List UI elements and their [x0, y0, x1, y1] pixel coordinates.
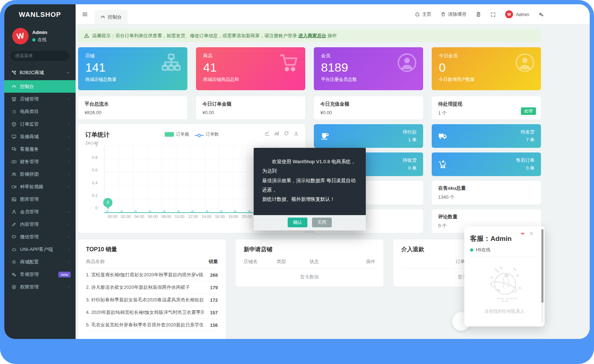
- plot-area: [104, 145, 279, 213]
- value-pin-marker: 0: [103, 198, 112, 207]
- speaker-icon[interactable]: [520, 231, 525, 236]
- warning-icon: [84, 33, 89, 38]
- sidebar-item[interactable]: 阶梯拼团: [4, 168, 76, 180]
- sidebar-item[interactable]: 店铺管理: [4, 93, 76, 105]
- confirm-button[interactable]: 确认: [288, 218, 307, 227]
- menu-item-icon: [11, 134, 16, 139]
- chart-toolbar: [264, 131, 299, 136]
- chevron-left-icon: [67, 160, 71, 164]
- modal-message: 欢迎使用 WanlShop V1.0.8 电商系统， 为达到 最佳演示效果，演示…: [254, 148, 366, 215]
- chevron-left-icon: [67, 285, 71, 289]
- new-shops-panel: 新申请店铺 店铺名类型状态操作 暂无数据: [236, 239, 383, 287]
- sidebar-item[interactable]: 常规管理 new: [4, 268, 76, 281]
- sidebar-group-b2b2c[interactable]: B2B2C商城: [4, 64, 76, 80]
- chevron-left-icon: [67, 97, 71, 101]
- sku-card: 在售sku总量 1340 个: [432, 181, 541, 205]
- sidebar-item[interactable]: 内容管理: [4, 218, 76, 230]
- menu-item-icon: [11, 172, 16, 177]
- top10-row[interactable]: 4. 2020年新款纯棉宽松长袖t恤女韩版洋气时尚卫衣夏季薄款打底上衣 157: [86, 306, 218, 319]
- stat-card-icon: [161, 52, 182, 73]
- cup-icon: [320, 131, 330, 141]
- sidebar-item[interactable]: 权限管理: [4, 281, 76, 293]
- menu-item-icon: [11, 234, 16, 239]
- chevron-left-icon: [67, 185, 71, 189]
- sidebar-item[interactable]: 控制台: [4, 80, 76, 93]
- top10-row[interactable]: 3. 针织衫春秋季新款女装毛衣2020春温柔风黑色长袖短款上衣开衫外套 172: [86, 293, 218, 306]
- truck-icon: [438, 131, 447, 141]
- chat-status: H5在线: [476, 247, 490, 253]
- stat-cards-row: 店铺 141 商城店铺总数量 商品 41 商城店铺商品总和 会员 8189 平台…: [78, 47, 541, 90]
- menu-item-icon: [11, 197, 16, 202]
- chat-scrollbar: [541, 229, 543, 324]
- menu-item-icon: [11, 184, 16, 189]
- sidebar-user-panel: W Admin 在线: [4, 25, 76, 49]
- topbar-user-menu[interactable]: W Admin: [505, 10, 529, 18]
- line-chart-icon[interactable]: [264, 131, 270, 136]
- chart-legend: 订单额 订单数: [165, 131, 219, 137]
- top10-row[interactable]: [86, 331, 218, 339]
- top10-row[interactable]: 2. 诗凡黎连衣裙女2020年新款秋装假两件休闲裙子 179: [86, 281, 218, 293]
- top10-row[interactable]: 5. 毛衣女装宽松外穿春秋季冬百搭外套2020新款日系学生蓝色针织开衫 156: [86, 319, 218, 331]
- refresh-icon[interactable]: [284, 131, 289, 136]
- empty-state: 暂无数据: [244, 268, 375, 287]
- scrollbar-thumb[interactable]: [541, 229, 543, 303]
- sidebar-item[interactable]: 微信管理: [4, 230, 76, 243]
- chevron-left-icon: [67, 173, 71, 176]
- close-icon[interactable]: [529, 231, 534, 236]
- menu-item-icon: [11, 109, 16, 114]
- chevron-left-icon: [67, 210, 71, 214]
- bar-chart-icon[interactable]: [274, 131, 279, 136]
- clear-cache-link[interactable]: 清除缓存: [441, 11, 466, 18]
- status-card-aftersale[interactable]: 售后订单0 单: [432, 152, 541, 176]
- sidebar-search[interactable]: [11, 51, 69, 61]
- stat-card: 店铺 141 商城店铺总数量: [78, 47, 187, 90]
- top10-row[interactable]: 1. 宽松显瘦长袖t恤打底衫女2020年秋季新款内搭外穿v领上衣针织毛衣 268: [86, 268, 218, 281]
- fullscreen-icon[interactable]: [490, 12, 496, 17]
- sidebar-item[interactable]: 财务管理: [4, 155, 76, 168]
- sidebar-item[interactable]: 装修商城: [4, 130, 76, 143]
- gauge-icon: [100, 15, 105, 20]
- status-card-to-ship[interactable]: 待发货7 单: [432, 124, 541, 148]
- chevron-left-icon: [67, 223, 71, 226]
- home-link[interactable]: 主页: [415, 11, 431, 18]
- welcome-modal: 欢迎使用 WanlShop V1.0.8 电商系统， 为达到 最佳演示效果，演示…: [254, 148, 366, 230]
- process-button[interactable]: 处理: [521, 107, 536, 115]
- stat-card-icon: [514, 52, 535, 73]
- settings-gears-icon[interactable]: [538, 12, 544, 17]
- column-header: 类型: [277, 258, 310, 265]
- tab-dashboard[interactable]: 控制台: [95, 10, 128, 24]
- sidebar-item[interactable]: 会员管理: [4, 205, 76, 218]
- chevron-left-icon: [67, 147, 71, 151]
- menu-item-icon: [11, 97, 16, 102]
- merchant-backend-link[interactable]: 进入商家后台: [298, 33, 326, 38]
- menu-item-icon: [11, 222, 16, 227]
- status-card-unpaid[interactable]: 待付款1 单: [314, 124, 423, 148]
- topbar: 控制台 主页 清除缓存 W Admin: [76, 4, 590, 25]
- menu-item-icon: [11, 285, 16, 290]
- hamburger-icon[interactable]: [82, 11, 88, 17]
- sidebar-item[interactable]: 商城配置: [4, 256, 76, 268]
- top10-list: 1. 宽松显瘦长袖t恤打底衫女2020年秋季新款内搭外穿v领上衣针织毛衣 268…: [86, 268, 218, 339]
- sidebar-item[interactable]: 种草短视频: [4, 180, 76, 193]
- sidebar-item[interactable]: 电商类目: [4, 105, 76, 118]
- trash-icon: [441, 12, 446, 17]
- mini-cards-row: 平台总流水 ¥826.00 今日订单金额 ¥0.00 今日充值金额 ¥0.00 …: [78, 96, 541, 120]
- clipboard-icon[interactable]: [476, 12, 481, 17]
- chat-widget: 客服：Admin H5在线 没有找到任何联系人: [464, 226, 545, 326]
- sidebar-item[interactable]: UNI-APP客户端: [4, 243, 76, 256]
- download-icon[interactable]: [293, 131, 299, 136]
- sidebar-item[interactable]: 客服服务: [4, 143, 76, 155]
- user-name: Admin: [32, 30, 47, 35]
- menu-item-icon: [11, 247, 16, 252]
- sidebar-item[interactable]: 订单监管: [4, 118, 76, 130]
- sidebar-item[interactable]: 图库管理: [4, 193, 76, 205]
- column-header: 店铺名: [244, 258, 277, 265]
- menu-item-icon: [11, 209, 16, 214]
- user-avatar: W: [505, 10, 513, 18]
- chevron-left-icon: [67, 135, 71, 139]
- new-badge: new: [58, 272, 71, 277]
- stat-card-icon: [279, 52, 300, 73]
- menu-item-icon: [11, 259, 16, 264]
- search-input[interactable]: [15, 53, 73, 58]
- close-button[interactable]: 关闭: [312, 218, 332, 227]
